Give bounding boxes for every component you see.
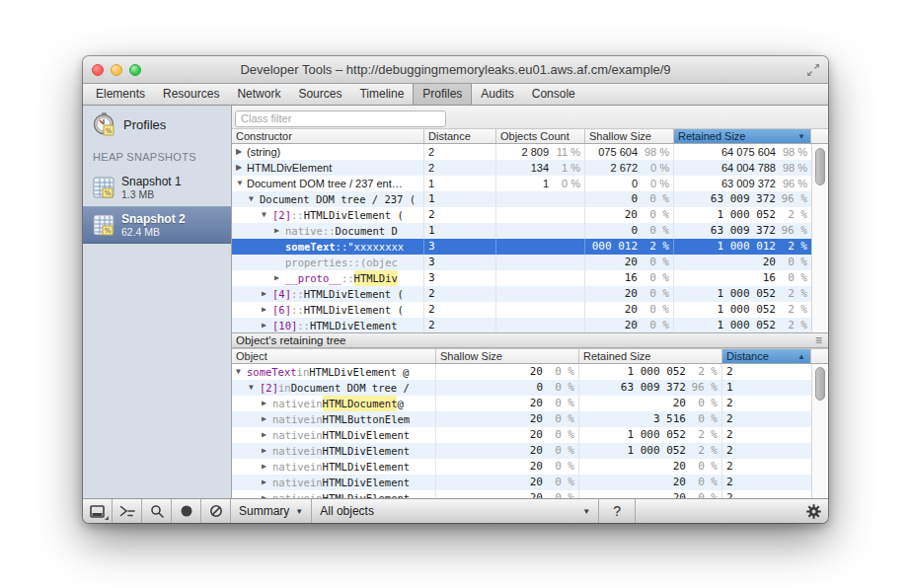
tab-timeline[interactable]: Timeline — [350, 84, 413, 105]
size-value: 20 — [436, 396, 543, 411]
column-header-shallow-size[interactable]: Shallow Size — [585, 129, 674, 143]
objects-filter-select[interactable]: All objects ▼ — [312, 499, 598, 523]
expanded-triangle-icon[interactable]: ▼ — [249, 191, 260, 207]
settings-button[interactable] — [799, 499, 828, 523]
collapsed-triangle-icon[interactable]: ▶ — [262, 302, 272, 318]
sidebar-item-snapshot-2[interactable]: %Snapshot 262.4 MB — [83, 206, 231, 244]
node-text: HTMLDivElement — [323, 475, 411, 490]
sidebar-item-snapshot-1[interactable]: %Snapshot 11.3 MB — [83, 169, 231, 206]
size-percent — [549, 318, 584, 332]
size-percent: 0 % — [543, 380, 578, 396]
node-text: in — [297, 364, 310, 380]
collapsed-triangle-icon[interactable]: ▶ — [236, 144, 247, 160]
retain-scroll-thumb[interactable] — [815, 367, 825, 401]
clear-button[interactable] — [201, 499, 230, 523]
collapsed-triangle-icon[interactable]: ▶ — [262, 318, 272, 332]
column-header-shallow-size[interactable]: Shallow Size — [436, 349, 579, 363]
heap-grid-row[interactable]: ▼[2] :: HTMLDivElement (2200 %1 000 0522… — [232, 207, 828, 223]
tab-audits[interactable]: Audits — [472, 84, 522, 105]
button-menu-indicator — [105, 516, 109, 520]
retaining-tree-row[interactable]: ▼[2] in Document DOM tree /00 %63 009 37… — [232, 380, 828, 396]
heap-grid-row[interactable]: ▼Document DOM tree / 237 ent…110 %00 %63… — [232, 176, 828, 191]
collapsed-triangle-icon[interactable]: ▶ — [262, 459, 272, 475]
summary-view-select[interactable]: Summary ▼ — [231, 499, 311, 523]
heap-grid-row[interactable]: ▶[6] :: HTMLDivElement (2200 %1 000 0522… — [232, 302, 828, 318]
collapsed-triangle-icon[interactable]: ▶ — [274, 223, 285, 239]
distance-value: 2 — [722, 364, 811, 380]
retaining-tree-row[interactable]: ▶native in HTMLButtonElem200 %3 5160 %2 — [232, 411, 828, 427]
show-console-button[interactable] — [113, 499, 141, 523]
distance-value: 1 — [424, 176, 496, 191]
collapsed-triangle-icon[interactable]: ▶ — [274, 270, 285, 286]
retaining-tree-row[interactable]: ▼someText in HTMLDivElement @200 %1 000 … — [232, 364, 828, 380]
retain-scrollbar[interactable] — [811, 364, 828, 498]
column-header-retained-size[interactable]: Retained Size — [579, 349, 722, 363]
heap-grid-row[interactable]: ▶[10] :: HTMLDivElement2200 %1 000 0522 … — [232, 318, 828, 332]
titlebar[interactable]: Developer Tools – http://debuggingmemory… — [83, 56, 828, 84]
tab-elements[interactable]: Elements — [87, 84, 154, 105]
size-value: 3 516 — [579, 411, 686, 427]
heap-grid-row[interactable]: ▶__proto__ :: HTMLDiv3160 %160 % — [232, 270, 828, 286]
collapsed-triangle-icon[interactable]: ▶ — [262, 396, 272, 411]
heap-grid-row[interactable]: ▶native :: Document D100 %63 009 37296 % — [232, 223, 828, 239]
collapsed-triangle-icon[interactable]: ▶ — [262, 286, 272, 302]
heap-grid-row[interactable]: ▶[4] :: HTMLDivElement (2200 %1 000 0522… — [232, 286, 828, 302]
panel-menu-icon[interactable]: ≡ — [815, 334, 822, 346]
column-header-objects-count[interactable]: Objects Count — [496, 129, 585, 143]
retaining-tree-row[interactable]: ▶native in HTMLDivElement200 %1 000 0522… — [232, 427, 828, 443]
column-header-distance[interactable]: Distance — [424, 129, 496, 143]
class-filter-input[interactable] — [235, 110, 446, 127]
heap-grid-row[interactable]: ▶(string)22 80911 %075 60498 %64 075 604… — [232, 144, 828, 160]
heap-scroll-thumb[interactable] — [815, 148, 825, 185]
size-value: 20 — [436, 411, 543, 427]
tab-profiles[interactable]: Profiles — [413, 84, 472, 105]
size-percent — [549, 270, 584, 286]
record-button[interactable] — [172, 499, 200, 523]
help-button[interactable]: ? — [599, 499, 635, 523]
expanded-triangle-icon[interactable]: ▼ — [262, 207, 272, 223]
heap-grid-row[interactable]: properties :: (objec3200 %200 % — [232, 255, 828, 270]
size-percent: 0 % — [543, 396, 578, 411]
distance-value: 1 — [722, 380, 811, 396]
column-header-distance[interactable]: Distance▲ — [722, 349, 811, 363]
collapsed-triangle-icon[interactable]: ▶ — [236, 160, 247, 176]
size-percent: 2 % — [776, 207, 811, 223]
tab-resources[interactable]: Resources — [154, 84, 228, 105]
collapsed-triangle-icon[interactable]: ▶ — [262, 490, 272, 498]
heap-grid-row[interactable]: ▼Document DOM tree / 237 (100 %63 009 37… — [232, 191, 828, 207]
retaining-tree-row[interactable]: ▶native in HTMLDivElement200 %1 000 0522… — [232, 443, 828, 459]
tab-console[interactable]: Console — [523, 84, 584, 105]
column-header-retained-size[interactable]: Retained Size▼ — [674, 129, 811, 143]
expanded-triangle-icon[interactable]: ▼ — [236, 176, 247, 191]
collapsed-triangle-icon[interactable]: ▶ — [262, 443, 272, 459]
size-value: 1 000 052 — [579, 364, 686, 380]
retaining-tree-row[interactable]: ▶native in HTMLDivElement200 %200 %2 — [232, 475, 828, 490]
node-text: [6] — [272, 302, 291, 318]
heap-scrollbar[interactable] — [811, 144, 828, 332]
column-header-object[interactable]: Object — [232, 349, 436, 363]
size-percent: 0 % — [543, 427, 578, 443]
collapsed-triangle-icon[interactable]: ▶ — [262, 475, 272, 490]
heap-grid-row[interactable]: ▶HTMLDivElement21341 %2 6720 %64 004 788… — [232, 160, 828, 176]
heap-grid-row[interactable]: someText :: "xxxxxxxx3000 0122 %1 000 01… — [232, 239, 828, 255]
retaining-tree-row[interactable]: ▶native in HTMLDivElement200 %200 %2 — [232, 459, 828, 475]
expanded-triangle-icon[interactable]: ▼ — [249, 380, 260, 396]
size-value: 20 — [585, 207, 638, 223]
tab-sources[interactable]: Sources — [289, 84, 350, 105]
expanded-triangle-icon[interactable]: ▼ — [236, 364, 247, 380]
collapsed-triangle-icon[interactable]: ▶ — [262, 427, 272, 443]
size-percent: 0 % — [543, 459, 578, 475]
collapsed-triangle-icon[interactable]: ▶ — [262, 411, 272, 427]
column-header-constructor[interactable]: Constructor — [232, 129, 424, 143]
sidebar-item-profiles[interactable]: % Profiles — [83, 106, 231, 143]
tab-network[interactable]: Network — [228, 84, 289, 105]
dock-side-button[interactable] — [83, 499, 112, 523]
retaining-tree-row[interactable]: ▶native in HTMLDivElement200 %200 %2 — [232, 490, 828, 498]
sidebar: % Profiles HEAP SNAPSHOTS %Snapshot 11.3… — [83, 106, 232, 498]
retaining-tree-row[interactable]: ▶native in HTMLDocument @200 %200 %2 — [232, 396, 828, 411]
search-button[interactable] — [142, 499, 171, 523]
distance-value: 1 — [424, 191, 496, 207]
size-value: 2 809 — [496, 144, 549, 160]
size-value: 20 — [579, 396, 686, 411]
resize-icon[interactable] — [806, 63, 820, 77]
